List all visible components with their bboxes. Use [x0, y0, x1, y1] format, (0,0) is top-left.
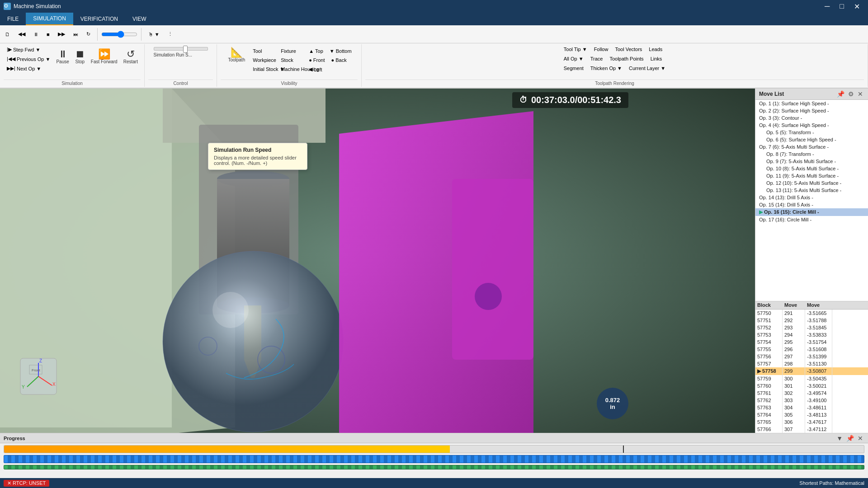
- mouse-mode-button[interactable]: 🖱 ▼: [145, 30, 163, 38]
- options-button[interactable]: ⋮: [165, 30, 176, 38]
- restart-button[interactable]: ↺ Restart: [121, 47, 140, 66]
- tree-item[interactable]: Op. 10 (8): 5-Axis Multi Surface -: [755, 165, 868, 172]
- segment-button[interactable]: Segment: [561, 64, 586, 72]
- table-row[interactable]: 57754295-3.51754: [755, 338, 868, 346]
- tree-item[interactable]: Op. 13 (11): 5-Axis Multi Surface -: [755, 187, 868, 194]
- leads-button[interactable]: Leads: [646, 45, 665, 53]
- minimize-button[interactable]: ─: [820, 1, 834, 12]
- toolpath-points-button[interactable]: Toolpath Points: [607, 55, 646, 63]
- prev-op-button[interactable]: |◀◀ Previous Op ▼: [4, 55, 53, 63]
- table-row[interactable]: 57752293-3.51845: [755, 324, 868, 331]
- svg-point-10: [163, 251, 344, 432]
- machine-housing-button[interactable]: Machine Housing: [278, 65, 305, 73]
- maximize-button[interactable]: □: [835, 1, 849, 12]
- table-row[interactable]: 57759300-3.50435: [755, 375, 868, 382]
- left-view-button[interactable]: ◀ Left: [306, 65, 354, 74]
- workpiece-button[interactable]: Workpiece: [250, 56, 277, 64]
- initial-stock-button[interactable]: Initial Stock ▼: [250, 65, 277, 73]
- follow-button[interactable]: Follow: [591, 45, 611, 53]
- new-button[interactable]: 🗋: [2, 30, 13, 38]
- table-row[interactable]: 57766307-3.47112: [755, 426, 868, 433]
- prev-button[interactable]: ◀◀: [15, 30, 28, 38]
- table-row[interactable]: 57762303-3.49100: [755, 397, 868, 404]
- fast-forward-button[interactable]: ⏩ Fast Forward: [89, 47, 120, 66]
- tree-item[interactable]: ▶ Op. 16 (15): Circle Mill -: [755, 208, 868, 216]
- quick-access-toolbar: 🗋 ◀◀ ⏸ ■ ▶▶ ⏭ ↻ 🖱 ▼ ⋮: [0, 25, 868, 43]
- front-view-button[interactable]: ● Front: [306, 56, 327, 64]
- stop-button[interactable]: ⏹ Stop: [73, 47, 87, 66]
- table-row[interactable]: 57760301-3.50021: [755, 382, 868, 389]
- pause-button[interactable]: ⏸ Pause: [54, 47, 71, 66]
- table-row[interactable]: 57761302-3.49574: [755, 389, 868, 397]
- tree-item[interactable]: Op. 7 (6): 5-Axis Multi Surface -: [755, 143, 868, 150]
- progress-down-button[interactable]: ▼: [835, 435, 844, 442]
- move-list-pin-button[interactable]: 📌: [835, 90, 846, 98]
- table-row[interactable]: 57756297-3.51399: [755, 353, 868, 360]
- tree-item[interactable]: Op. 11 (9): 5-Axis Multi Surface -: [755, 172, 868, 179]
- tree-item[interactable]: Op. 17 (16): Circle Mill -: [755, 216, 868, 223]
- next-op-button[interactable]: ▶▶| Next Op ▼: [4, 64, 53, 73]
- top-view-button[interactable]: ▲ Top: [306, 47, 326, 55]
- end-tb-button[interactable]: ⏭: [70, 30, 81, 38]
- table-row[interactable]: ▶ 57758299-3.50807: [755, 367, 868, 375]
- bottom-view-button[interactable]: ▼ Bottom: [327, 47, 354, 55]
- tool-button[interactable]: Tool: [250, 47, 277, 55]
- step-fwd-tb-button[interactable]: ▶▶: [55, 30, 68, 38]
- menu-simulation[interactable]: SIMULATION: [26, 13, 73, 25]
- tooltip-body: Displays a more detailed speed slider co…: [214, 155, 302, 166]
- progress-track[interactable]: [0, 443, 868, 471]
- current-layer-button[interactable]: Current Layer ▼: [626, 64, 668, 72]
- links-button[interactable]: Links: [648, 55, 665, 63]
- progress-pin-button[interactable]: 📌: [845, 435, 855, 442]
- tree-item[interactable]: Op. 15 (14): Drill 5 Axis -: [755, 201, 868, 208]
- tree-item[interactable]: Op. 3 (3): Contour -: [755, 114, 868, 122]
- tree-item[interactable]: Op. 8 (7): Transform -: [755, 150, 868, 158]
- progress-title: Progress: [4, 436, 25, 441]
- fixture-button[interactable]: Fixture: [278, 47, 305, 55]
- stock-button[interactable]: Stock: [278, 56, 305, 64]
- stop-tb-button[interactable]: ■: [43, 30, 53, 38]
- thicken-op-button[interactable]: Thicken Op ▼: [588, 64, 625, 72]
- tree-item[interactable]: Op. 6 (5): Surface High Speed -: [755, 136, 868, 143]
- tree-item[interactable]: Op. 9 (7): 5-Axis Multi Surface -: [755, 158, 868, 165]
- table-row[interactable]: 57765306-3.47617: [755, 418, 868, 426]
- progress-stripes-green: [4, 465, 864, 469]
- speed-slider-tb[interactable]: [101, 31, 137, 38]
- loop-tb-button[interactable]: ↻: [83, 30, 94, 38]
- tool-tip-button[interactable]: Tool Tip ▼: [561, 45, 590, 53]
- tree-item[interactable]: Op. 1 (1): Surface High Speed -: [755, 100, 868, 107]
- table-row[interactable]: 57757298-3.51130: [755, 360, 868, 367]
- table-row[interactable]: 57764305-3.48113: [755, 411, 868, 418]
- progress-bar-container[interactable]: [4, 445, 864, 453]
- back-view-button[interactable]: ● Back: [329, 56, 349, 64]
- menu-file[interactable]: FILE: [0, 13, 26, 25]
- progress-close-button[interactable]: ✕: [856, 435, 864, 442]
- pause-tb-button[interactable]: ⏸: [30, 30, 42, 38]
- timer-value: 00:37:03.0/00:51:42.3: [531, 95, 621, 105]
- step-fwd-button[interactable]: |▶ Step Fwd ▼: [4, 45, 53, 54]
- 3d-viewport[interactable]: ⏱ 00:37:03.0/00:51:42.3 Z X Y Front: [0, 89, 755, 433]
- toolpath-button[interactable]: 📐 Toolpath: [224, 45, 249, 65]
- tree-item[interactable]: Op. 12 (10): 5-Axis Multi Surface -: [755, 179, 868, 187]
- tree-item[interactable]: Op. 2 (2): Surface High Speed -: [755, 107, 868, 114]
- tree-item[interactable]: Op. 5 (5): Transform -: [755, 129, 868, 136]
- table-row[interactable]: 57763304-3.48611: [755, 404, 868, 411]
- progress-fill: [4, 446, 623, 453]
- menu-verification[interactable]: VERIFICATION: [73, 13, 125, 25]
- move-list-close-button[interactable]: ✕: [856, 90, 864, 98]
- table-row[interactable]: 57750291-3.51665: [755, 310, 868, 317]
- table-row[interactable]: 57755296-3.51608: [755, 346, 868, 353]
- move-list-menu-button[interactable]: ⚙: [847, 90, 855, 98]
- tree-item[interactable]: Op. 4 (4): Surface High Speed -: [755, 122, 868, 129]
- tool-vectors-button[interactable]: Tool Vectors: [612, 45, 645, 53]
- table-row[interactable]: 57751292-3.51788: [755, 317, 868, 324]
- speed-slider-thumb[interactable]: [183, 46, 188, 53]
- all-op-button[interactable]: All Op ▼: [561, 55, 586, 63]
- trace-button[interactable]: Trace: [588, 55, 606, 63]
- sim-speed-slider[interactable]: [154, 47, 208, 51]
- close-button[interactable]: ✕: [849, 1, 864, 12]
- tree-item[interactable]: Op. 14 (13): Drill 5 Axis -: [755, 194, 868, 201]
- menu-view[interactable]: VIEW: [125, 13, 154, 25]
- ribbon-group-visibility: 📐 Toolpath Tool Fixture Workpiece Stock …: [217, 44, 362, 87]
- table-row[interactable]: 57753294-3.53833: [755, 331, 868, 338]
